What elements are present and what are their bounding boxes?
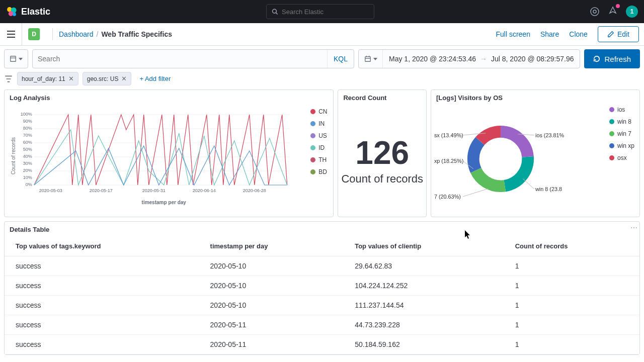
table-row[interactable]: success2020-05-10104.224.124.2521 xyxy=(5,276,639,296)
panel-visitors-os: [Logs] Visitors by OS sx (13.49%) xp (18… xyxy=(431,89,640,217)
dashboard-grid: Log Analysis Count of records 0% 10% 20%… xyxy=(0,89,644,221)
panel-title: Record Count xyxy=(338,90,426,106)
edit-button[interactable]: Edit xyxy=(598,26,639,42)
query-lang-toggle[interactable]: KQL xyxy=(327,50,354,68)
brand-name: Elastic xyxy=(21,7,50,17)
x-ticks: 2020-05-03 2020-05-17 2020-05-31 2020-06… xyxy=(39,188,266,193)
legend-item[interactable]: osx xyxy=(609,154,634,161)
svg-text:30%: 30% xyxy=(23,161,32,166)
search-icon xyxy=(272,8,278,15)
calendar-icon xyxy=(364,55,371,62)
breadcrumb-root[interactable]: Dashboard xyxy=(59,30,94,38)
elastic-logo-icon xyxy=(6,6,17,17)
svg-line-51 xyxy=(463,189,488,197)
column-header[interactable]: Count of records xyxy=(504,237,639,256)
table-cell: 111.237.144.54 xyxy=(344,296,504,315)
refresh-label: Refresh xyxy=(604,55,631,63)
chart-legend: ios win 8 win 7 win xp osx xyxy=(609,106,634,164)
metric-label: Count of records xyxy=(341,172,423,187)
svg-text:40%: 40% xyxy=(23,154,32,159)
table-cell: 1 xyxy=(504,315,639,335)
date-picker[interactable]: May 1, 2020 @ 23:24:53.46 → Jul 8, 2020 … xyxy=(358,49,580,68)
share-button[interactable]: Share xyxy=(540,30,559,38)
svg-rect-13 xyxy=(365,57,370,62)
svg-text:2020-05-17: 2020-05-17 xyxy=(90,188,113,193)
svg-point-4 xyxy=(272,9,276,13)
help-icon[interactable] xyxy=(590,7,600,17)
metric-value: 126 xyxy=(355,137,409,169)
svg-text:ios (23.81%: ios (23.81% xyxy=(535,132,565,138)
legend-item[interactable]: CN xyxy=(310,108,327,115)
newsfeed-icon[interactable] xyxy=(608,6,618,16)
close-icon[interactable]: ✕ xyxy=(68,75,74,82)
add-filter-button[interactable]: + Add filter xyxy=(135,72,175,85)
x-axis-label: timestamp per day xyxy=(142,200,187,205)
column-header[interactable]: Top values of clientip xyxy=(344,237,504,256)
filter-pill[interactable]: geo.src: US✕ xyxy=(83,72,132,85)
table-row[interactable]: success2020-05-1144.73.239.2281 xyxy=(5,315,639,335)
legend-item[interactable]: IN xyxy=(310,120,327,127)
global-search-input[interactable] xyxy=(282,8,368,16)
panel-title: [Logs] Visitors by OS xyxy=(431,90,639,106)
edit-label: Edit xyxy=(617,30,629,38)
legend-item[interactable]: ios xyxy=(609,106,634,113)
legend-item[interactable]: win 8 xyxy=(609,118,634,125)
legend-item[interactable]: BD xyxy=(310,168,327,175)
legend-item[interactable]: US xyxy=(310,132,327,139)
pencil-icon xyxy=(607,31,614,38)
panel-details-table: Details Table ⋯ Top values of tags.keywo… xyxy=(4,221,640,355)
svg-text:100%: 100% xyxy=(21,112,32,117)
refresh-button[interactable]: Refresh xyxy=(584,49,640,68)
close-icon[interactable]: ✕ xyxy=(121,75,127,82)
app-header: D Dashboard / Web Traffic Specifics Full… xyxy=(0,23,644,46)
table-cell: success xyxy=(5,276,199,296)
legend-item[interactable]: TH xyxy=(310,156,327,163)
filter-options-icon[interactable] xyxy=(4,74,13,83)
chevron-down-icon xyxy=(19,58,23,60)
svg-rect-11 xyxy=(11,56,16,62)
filter-pill[interactable]: hour_of_day: 11✕ xyxy=(17,72,78,85)
svg-text:sx (13.49%): sx (13.49%) xyxy=(434,132,463,138)
table-row[interactable]: success2020-05-1150.184.59.1621 xyxy=(5,335,639,354)
svg-text:2020-05-03: 2020-05-03 xyxy=(39,188,62,193)
svg-text:10%: 10% xyxy=(23,175,32,180)
table-cell: success xyxy=(5,296,199,315)
clone-button[interactable]: Clone xyxy=(569,30,588,38)
date-to: Jul 8, 2020 @ 08:29:57.96 xyxy=(491,55,574,63)
dataview-picker[interactable] xyxy=(4,49,28,68)
table-cell: 2020-05-10 xyxy=(199,256,344,276)
legend-item[interactable]: win 7 xyxy=(609,130,634,137)
table-cell: 44.73.239.228 xyxy=(344,315,504,335)
column-header[interactable]: timestamp per day xyxy=(199,237,344,256)
table-cell: success xyxy=(5,256,199,276)
filter-pill-label: hour_of_day: 11 xyxy=(22,75,65,82)
query-input[interactable] xyxy=(33,50,327,68)
space-selector[interactable]: D xyxy=(28,28,40,40)
panel-options-icon[interactable]: ⋯ xyxy=(630,224,637,232)
user-avatar[interactable]: 1 xyxy=(626,6,638,18)
svg-text:2020-05-31: 2020-05-31 xyxy=(142,188,166,193)
breadcrumb: Dashboard / Web Traffic Specifics xyxy=(53,30,496,38)
legend-item[interactable]: ID xyxy=(310,144,327,151)
breadcrumb-sep: / xyxy=(97,30,99,38)
table-cell: 1 xyxy=(504,335,639,354)
arrow-right-icon: → xyxy=(480,55,487,63)
y-axis-label: Count of records xyxy=(11,137,16,174)
index-icon xyxy=(10,55,17,62)
table-cell: success xyxy=(5,315,199,335)
global-header: Elastic 1 xyxy=(0,0,644,23)
brand-logo[interactable]: Elastic xyxy=(6,6,50,17)
date-quick-toggle[interactable] xyxy=(359,50,383,68)
global-search[interactable] xyxy=(266,4,374,19)
legend-item[interactable]: win xp xyxy=(609,142,634,149)
table-row[interactable]: success2020-05-10111.237.144.541 xyxy=(5,296,639,315)
date-range[interactable]: May 1, 2020 @ 23:24:53.46 → Jul 8, 2020 … xyxy=(383,55,580,63)
panel-title: Log Analysis xyxy=(5,90,333,106)
fullscreen-button[interactable]: Full screen xyxy=(496,30,530,38)
nav-toggle[interactable] xyxy=(0,23,22,45)
column-header[interactable]: Top values of tags.keyword xyxy=(5,237,199,256)
query-bar: KQL May 1, 2020 @ 23:24:53.46 → Jul 8, 2… xyxy=(0,46,644,72)
date-from: May 1, 2020 @ 23:24:53.46 xyxy=(389,55,476,63)
table-cell: 1 xyxy=(504,256,639,276)
table-row[interactable]: success2020-05-1029.64.62.831 xyxy=(5,256,639,276)
